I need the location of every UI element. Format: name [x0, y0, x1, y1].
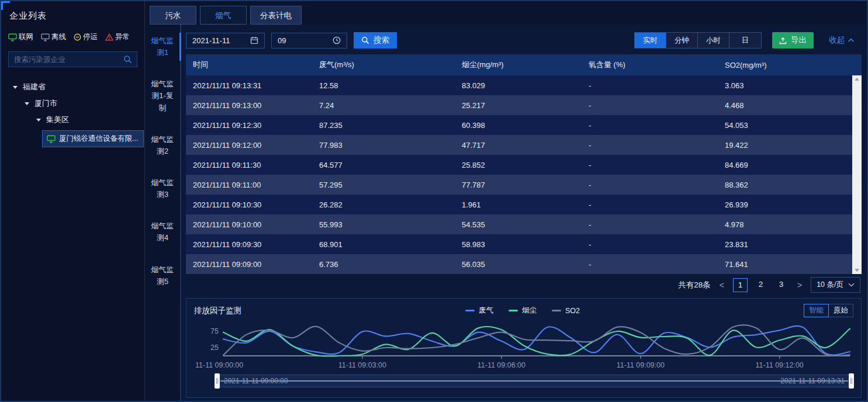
- table-cell: -: [582, 260, 718, 269]
- chevron-down-icon: [848, 283, 855, 287]
- table-cell: -: [582, 200, 718, 209]
- time-picker[interactable]: [271, 33, 347, 48]
- tree-node-district[interactable]: 集美区: [8, 112, 137, 128]
- table-cell: 56.035: [455, 260, 582, 269]
- abnormal-icon: [105, 33, 113, 41]
- legend-label: SO2: [565, 307, 580, 315]
- next-page-icon[interactable]: >: [796, 280, 803, 290]
- table-cell: 60.398: [455, 121, 582, 130]
- caret-down-icon: [36, 119, 41, 122]
- table-row[interactable]: 2021/11/11 09:11:3064.57725.852-84.669: [186, 155, 862, 175]
- datazoom-right-handle[interactable]: [849, 373, 854, 389]
- table-cell: 57.295: [312, 181, 455, 189]
- app-window: 企业列表 联网离线停运异常 福建省 厦门市 集美区 厦门锐谷通信设备: [0, 0, 868, 402]
- collapse-label: 收起: [829, 35, 845, 46]
- search-button[interactable]: 搜索: [354, 32, 397, 48]
- table-cell: 88.362: [718, 181, 862, 189]
- export-button[interactable]: 导出: [772, 32, 814, 48]
- table-cell: 2021/11/11 09:12:30: [186, 121, 312, 130]
- time-input[interactable]: [278, 36, 330, 45]
- offline-icon: [41, 33, 50, 41]
- chevron-up-icon: [848, 38, 855, 43]
- table-body: 2021/11/11 09:13:3112.5883.029-3.0632021…: [186, 75, 862, 274]
- interval-分钟[interactable]: 分钟: [666, 33, 698, 48]
- scroll-up-icon[interactable]: [855, 78, 859, 81]
- company-name: 厦门锐谷通信设备有限...: [59, 134, 138, 144]
- datazoom-slider[interactable]: 2021-11-11 09:00:00 2021-11-11 09:13:31: [217, 375, 852, 387]
- search-icon[interactable]: [123, 55, 132, 64]
- tree-node-province[interactable]: 福建省: [8, 79, 137, 95]
- table-row[interactable]: 2021/11/11 09:13:007.2425.217-4.468: [186, 95, 862, 115]
- main-area: 污水烟气分表计电 烟气监测1烟气监测1-复制烟气监测2烟气监测3烟气监测4烟气监…: [145, 1, 867, 401]
- page-2[interactable]: 2: [753, 278, 768, 292]
- table-row[interactable]: 2021/11/11 09:12:0077.98347.717-19.422: [186, 135, 862, 155]
- svg-text:25: 25: [210, 344, 219, 352]
- tree-node-city[interactable]: 厦门市: [8, 95, 137, 112]
- station-tab-烟气监测1-复制[interactable]: 烟气监测1-复制: [145, 75, 180, 117]
- station-tab-烟气监测5[interactable]: 烟气监测5: [145, 261, 180, 291]
- table-row[interactable]: 2021/11/11 09:10:3026.2821.961-26.939: [186, 195, 862, 214]
- svg-text:11-11 09:00:00: 11-11 09:00:00: [195, 361, 243, 369]
- table-row[interactable]: 2021/11/11 09:11:0057.29577.787-88.362: [186, 175, 862, 195]
- corner-accent: [1, 1, 10, 10]
- table-row[interactable]: 2021/11/11 09:10:0055.99354.535-4.978: [186, 214, 862, 234]
- table-cell: 54.053: [718, 121, 862, 130]
- tree-node-company-selected[interactable]: 厦门锐谷通信设备有限...: [42, 130, 144, 147]
- legend-SO2[interactable]: SO2: [552, 307, 580, 315]
- table-cell: -: [582, 161, 718, 169]
- table-cell: 7.24: [312, 101, 455, 110]
- table-row[interactable]: 2021/11/11 09:09:006.73656.035-71.641: [186, 254, 862, 274]
- station-tab-烟气监测1[interactable]: 烟气监测1: [145, 32, 180, 62]
- scroll-down-icon[interactable]: [855, 269, 859, 272]
- tab-分表计电[interactable]: 分表计电: [250, 6, 302, 25]
- content-area: 搜索 实时分钟小时日 导出 收起: [181, 25, 867, 401]
- tab-污水[interactable]: 污水: [150, 6, 196, 25]
- table-cell: 2021/11/11 09:13:31: [186, 81, 312, 90]
- measurements-table: 时间废气(m³/s)烟尘(mg/m³)氧含量 (%)SO2(mg/m³) 202…: [186, 54, 862, 274]
- table-cell: -: [582, 181, 718, 189]
- legend-废气[interactable]: 废气: [465, 306, 493, 316]
- status-label: 离线: [51, 32, 66, 42]
- enterprise-search-input[interactable]: [14, 56, 123, 64]
- table-scrollbar[interactable]: [852, 75, 862, 274]
- table-cell: 23.831: [718, 240, 862, 249]
- station-tab-烟气监测4[interactable]: 烟气监测4: [145, 217, 180, 247]
- legend-烟尘[interactable]: 烟尘: [509, 306, 537, 316]
- station-tabs: 烟气监测1烟气监测1-复制烟气监测2烟气监测3烟气监测4烟气监测5: [145, 25, 181, 401]
- table-cell: 2021/11/11 09:09:00: [186, 260, 312, 269]
- table-cell: 64.577: [312, 161, 455, 169]
- mode-原始[interactable]: 原始: [828, 304, 853, 317]
- legend-dash-icon: [509, 310, 518, 311]
- interval-小时[interactable]: 小时: [698, 33, 729, 48]
- search-button-label: 搜索: [374, 35, 389, 46]
- table-cell: 26.282: [312, 200, 455, 209]
- table-cell: 19.422: [718, 141, 862, 150]
- svg-text:11-11 09:03:00: 11-11 09:03:00: [338, 361, 386, 369]
- table-cell: 4.978: [718, 220, 862, 229]
- station-tab-烟气监测3[interactable]: 烟气监测3: [145, 174, 180, 204]
- datazoom-left-handle[interactable]: [215, 373, 220, 389]
- date-picker[interactable]: [186, 33, 265, 48]
- interval-button-group: 实时分钟小时日: [634, 32, 762, 48]
- page-1[interactable]: 1: [733, 278, 748, 292]
- table-cell: 25.852: [455, 161, 582, 169]
- table-cell: 2021/11/11 09:12:00: [186, 141, 312, 150]
- column-header: 烟尘(mg/m³): [455, 60, 582, 70]
- interval-日[interactable]: 日: [729, 33, 761, 48]
- table-row[interactable]: 2021/11/11 09:13:3112.5883.029-3.063: [186, 75, 862, 95]
- enterprise-tree: 福建省 厦门市 集美区 厦门锐谷通信设备有限...: [8, 79, 137, 147]
- table-cell: 87.235: [312, 121, 455, 130]
- table-cell: 1.961: [455, 200, 582, 209]
- station-tab-烟气监测2[interactable]: 烟气监测2: [145, 130, 180, 161]
- table-row[interactable]: 2021/11/11 09:09:3068.90158.983-23.831: [186, 234, 862, 254]
- date-input[interactable]: [192, 36, 245, 45]
- interval-实时[interactable]: 实时: [635, 33, 666, 48]
- table-cell: 2021/11/11 09:11:30: [186, 161, 312, 169]
- collapse-toggle[interactable]: 收起: [829, 35, 855, 46]
- page-size-select[interactable]: 10 条/页: [811, 277, 860, 293]
- tab-烟气[interactable]: 烟气: [200, 6, 247, 25]
- page-3[interactable]: 3: [774, 278, 789, 292]
- mode-智能[interactable]: 智能: [804, 304, 829, 317]
- prev-page-icon[interactable]: <: [718, 280, 725, 290]
- table-row[interactable]: 2021/11/11 09:12:3087.23560.398-54.053: [186, 115, 862, 135]
